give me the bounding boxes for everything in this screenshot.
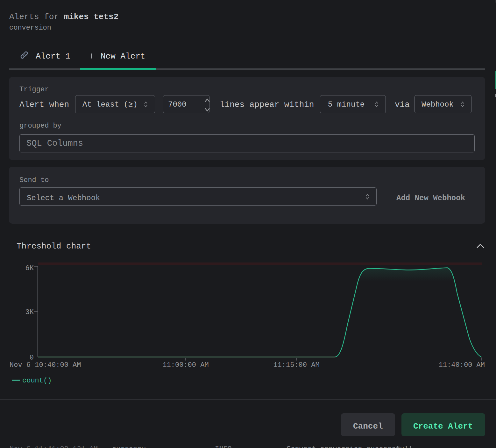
svg-text:11:15:00 AM: 11:15:00 AM xyxy=(273,361,319,369)
svg-text:3K: 3K xyxy=(25,308,34,316)
svg-text:11:40:00 AM: 11:40:00 AM xyxy=(439,361,485,369)
svg-text:0: 0 xyxy=(30,354,34,362)
svg-text:count(): count() xyxy=(22,377,52,385)
svg-text:6K: 6K xyxy=(25,264,34,272)
svg-text:Nov 6 10:40:00 AM: Nov 6 10:40:00 AM xyxy=(10,361,81,369)
svg-text:11:00:00 AM: 11:00:00 AM xyxy=(162,361,209,369)
